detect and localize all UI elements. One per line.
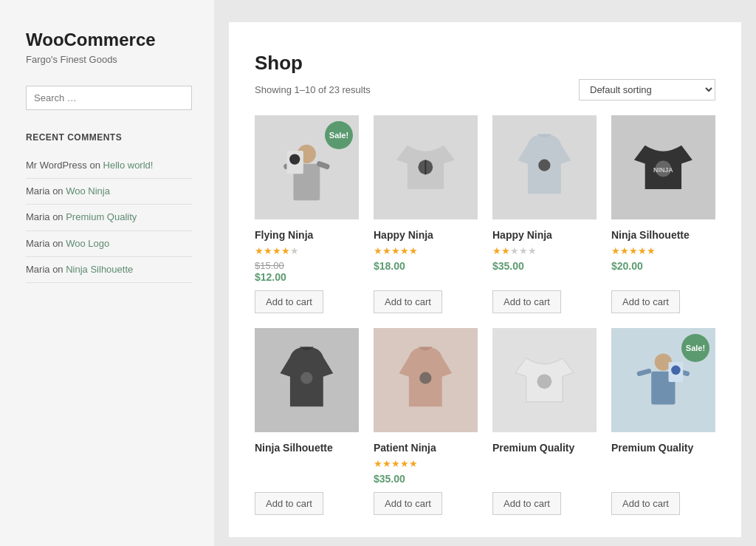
- add-to-cart-button[interactable]: Add to cart: [374, 492, 442, 515]
- results-count: Showing 1–10 of 23 results: [255, 84, 371, 95]
- price-regular: $20.00: [611, 260, 643, 272]
- product-card: Happy Ninja★★★★★$18.00Add to cart: [374, 115, 478, 313]
- product-image[interactable]: [492, 115, 597, 219]
- svg-point-8: [538, 160, 550, 171]
- recent-comments-list: Mr WordPress on Hello world!Maria on Woo…: [26, 153, 192, 283]
- comment-item: Maria on Ninja Silhouette: [26, 257, 192, 283]
- shop-meta-bar: Showing 1–10 of 23 results Default sorti…: [255, 79, 715, 100]
- site-tagline: Fargo's Finest Goods: [26, 54, 192, 65]
- svg-point-11: [300, 372, 312, 384]
- comment-item: Maria on Woo Logo: [26, 231, 192, 257]
- shop-title: Shop: [255, 52, 715, 75]
- product-card: Sale!Flying Ninja★★★★★$15.00$12.00Add to…: [255, 115, 359, 313]
- svg-point-5: [289, 154, 300, 165]
- product-card: Patient Ninja★★★★★$35.00Add to cart: [374, 328, 478, 515]
- price-new: $12.00: [255, 271, 286, 283]
- product-name[interactable]: Happy Ninja: [492, 228, 597, 242]
- product-rating: ★★★★★: [492, 245, 597, 256]
- product-grid: Sale!Flying Ninja★★★★★$15.00$12.00Add to…: [255, 115, 715, 515]
- add-to-cart-button[interactable]: Add to cart: [255, 492, 323, 515]
- product-price: $18.00: [374, 260, 478, 272]
- shop-container: Shop Showing 1–10 of 23 results Default …: [229, 22, 741, 537]
- main-content: Shop Showing 1–10 of 23 results Default …: [214, 0, 756, 546]
- product-price: $35.00: [374, 473, 478, 485]
- search-input[interactable]: [26, 86, 192, 110]
- add-to-cart-button[interactable]: Add to cart: [492, 290, 561, 313]
- price-old: $15.00: [255, 260, 359, 271]
- svg-point-13: [537, 375, 552, 389]
- comment-author: Maria: [26, 211, 50, 222]
- site-title: WooCommerce: [26, 30, 192, 50]
- sale-badge: Sale!: [325, 121, 353, 149]
- svg-point-12: [419, 372, 431, 384]
- price-regular: $35.00: [374, 473, 405, 485]
- sort-select[interactable]: Default sortingSort by popularitySort by…: [579, 79, 715, 100]
- product-name[interactable]: Premium Quality: [611, 441, 715, 454]
- product-name[interactable]: Ninja Silhouette: [611, 228, 715, 242]
- product-image[interactable]: [374, 328, 478, 432]
- sale-badge: Sale!: [681, 334, 709, 362]
- comment-item: Mr WordPress on Hello world!: [26, 153, 192, 179]
- add-to-cart-button[interactable]: Add to cart: [611, 492, 680, 515]
- product-card: Premium QualityAdd to cart: [492, 328, 597, 515]
- comment-author: Maria: [26, 185, 50, 197]
- comment-author: Maria: [26, 264, 50, 275]
- product-card: NINJA Ninja Silhouette★★★★★$20.00Add to …: [611, 115, 715, 313]
- product-card: Sale!Premium QualityAdd to cart: [611, 328, 715, 515]
- product-price: $20.00: [611, 260, 715, 272]
- svg-point-19: [671, 366, 681, 375]
- sidebar: WooCommerce Fargo's Finest Goods RECENT …: [0, 0, 214, 546]
- comment-link[interactable]: Woo Logo: [66, 238, 109, 249]
- svg-rect-16: [636, 369, 652, 377]
- product-image[interactable]: Sale!: [255, 115, 359, 219]
- product-rating: ★★★★★: [255, 245, 359, 256]
- product-card: Happy Ninja★★★★★$35.00Add to cart: [492, 115, 597, 313]
- comment-link[interactable]: Ninja Silhouette: [66, 264, 133, 275]
- product-rating: ★★★★★: [374, 458, 478, 469]
- product-image[interactable]: Sale!: [611, 328, 715, 432]
- product-name[interactable]: Ninja Silhouette: [255, 441, 359, 454]
- price-regular: $18.00: [374, 260, 405, 272]
- product-price: $15.00$12.00: [255, 260, 359, 283]
- comment-link[interactable]: Woo Ninja: [66, 185, 110, 197]
- product-image[interactable]: [374, 115, 478, 219]
- comment-author: Mr WordPress: [26, 160, 87, 171]
- add-to-cart-button[interactable]: Add to cart: [611, 290, 680, 313]
- add-to-cart-button[interactable]: Add to cart: [255, 290, 323, 313]
- product-name[interactable]: Premium Quality: [492, 441, 597, 454]
- product-image[interactable]: [492, 328, 597, 432]
- product-image[interactable]: NINJA: [611, 115, 715, 219]
- add-to-cart-button[interactable]: Add to cart: [374, 290, 442, 313]
- product-name[interactable]: Patient Ninja: [374, 441, 478, 454]
- svg-text:NINJA: NINJA: [653, 166, 673, 174]
- comment-link[interactable]: Premium Quality: [66, 211, 137, 222]
- product-name[interactable]: Happy Ninja: [374, 228, 478, 242]
- product-image[interactable]: [255, 328, 359, 432]
- product-price: $35.00: [492, 260, 597, 272]
- comment-link[interactable]: Hello world!: [103, 160, 154, 171]
- comment-item: Maria on Woo Ninja: [26, 179, 192, 205]
- product-rating: ★★★★★: [611, 245, 715, 256]
- recent-comments-title: RECENT COMMENTS: [26, 132, 192, 143]
- product-name[interactable]: Flying Ninja: [255, 228, 359, 242]
- comment-item: Maria on Premium Quality: [26, 205, 192, 231]
- comment-author: Maria: [26, 238, 50, 249]
- price-regular: $35.00: [492, 260, 524, 272]
- add-to-cart-button[interactable]: Add to cart: [492, 492, 561, 515]
- product-card: Ninja SilhouetteAdd to cart: [255, 328, 359, 515]
- product-rating: ★★★★★: [374, 245, 478, 256]
